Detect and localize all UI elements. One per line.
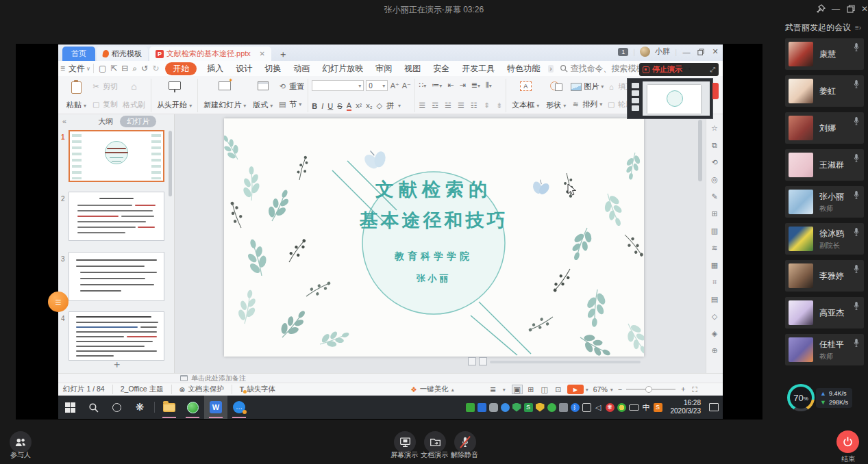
- zoom-slider[interactable]: [626, 389, 675, 390]
- underline-button[interactable]: U: [327, 102, 333, 110]
- new-tab-button[interactable]: ＋: [278, 49, 288, 61]
- wps-minimize-button[interactable]: —: [682, 48, 691, 56]
- close-button[interactable]: ✕: [859, 3, 868, 14]
- restore-button[interactable]: [845, 3, 856, 14]
- zoom-level[interactable]: 67%▾: [593, 385, 613, 394]
- mic-icon[interactable]: [853, 264, 860, 274]
- italic-button[interactable]: I: [321, 102, 323, 110]
- mic-icon[interactable]: [853, 116, 860, 126]
- paste-button[interactable]: 粘贴 ▾: [64, 80, 88, 112]
- horizontal-scrollbar[interactable]: [490, 361, 641, 363]
- file-menu[interactable]: 文件: [69, 63, 85, 75]
- participant-item[interactable]: 张小丽教师: [785, 186, 864, 218]
- zoom-in-button[interactable]: ＋: [680, 385, 687, 394]
- participant-item[interactable]: 任桂平教师: [785, 334, 864, 365]
- slide-thumbnail-3[interactable]: [69, 252, 164, 301]
- slide-sorter-button[interactable]: ⊞: [525, 385, 536, 394]
- menu-devtools[interactable]: 开发工具: [462, 63, 495, 75]
- line-spacing-icon[interactable]: ≣▾: [471, 81, 480, 90]
- participant-item[interactable]: 王淑群: [785, 149, 864, 181]
- floating-orange-badge[interactable]: ☰: [48, 292, 69, 312]
- bullet-list-icon[interactable]: ∷▾: [419, 81, 426, 90]
- tray-volume-icon[interactable]: ◁: [594, 403, 603, 412]
- tray-warning-shield-icon[interactable]: [536, 403, 545, 412]
- theme-name[interactable]: 2_Office 主题: [121, 385, 164, 394]
- collapse-panel-icon[interactable]: ≡›: [855, 24, 861, 31]
- menu-design[interactable]: 设计: [236, 63, 252, 75]
- normal-view-button[interactable]: ▣: [512, 385, 523, 394]
- mic-icon[interactable]: [853, 301, 860, 311]
- mic-icon[interactable]: [853, 227, 860, 237]
- play-from-start-button[interactable]: 从头开始 ▾: [155, 80, 194, 112]
- bold-button[interactable]: B: [312, 102, 317, 110]
- shape-button[interactable]: 形状 ▾: [544, 80, 568, 112]
- reset-button[interactable]: ⟲重置: [277, 81, 304, 93]
- menu-insert[interactable]: 插入: [207, 63, 223, 75]
- audio-icon[interactable]: ◈: [712, 329, 717, 337]
- ime-indicator[interactable]: 中: [642, 403, 651, 412]
- font-size-combo[interactable]: 0▾: [366, 80, 388, 91]
- tray-network-icon[interactable]: [582, 403, 591, 412]
- more-menus-icon[interactable]: ›: [548, 65, 553, 73]
- undo-icon[interactable]: ↺: [141, 64, 148, 73]
- reading-view-button[interactable]: ◫: [539, 385, 550, 394]
- tray-mic-icon[interactable]: [489, 403, 498, 412]
- indent-para-icon[interactable]: ⇞: [484, 101, 490, 110]
- network-quality-widget[interactable]: 70% ▲9.4K/s ▼298K/s: [787, 384, 852, 411]
- print-icon[interactable]: ⊟: [121, 64, 128, 73]
- command-search[interactable]: 查找命令、搜索模板: [560, 63, 645, 75]
- menu-review[interactable]: 审阅: [375, 63, 392, 75]
- next-slide-button[interactable]: [479, 357, 487, 365]
- tray-phone-icon[interactable]: [466, 403, 475, 412]
- menu-security[interactable]: 安全: [433, 63, 449, 75]
- slide-thumbnail-1[interactable]: [69, 130, 164, 182]
- justify-icon[interactable]: ☰: [458, 101, 464, 110]
- diamond-icon[interactable]: ◇: [712, 312, 717, 320]
- align-right-icon[interactable]: ☱: [445, 101, 451, 110]
- favorites-icon[interactable]: ☆: [711, 124, 718, 132]
- tab-docer[interactable]: 稻壳模板: [97, 47, 148, 61]
- tray-wechat-icon[interactable]: [547, 403, 556, 412]
- mic-icon[interactable]: [853, 190, 860, 200]
- participant-item[interactable]: 李雅婷: [785, 260, 864, 292]
- outdent-para-icon[interactable]: ⇟: [496, 101, 502, 110]
- slide-thumbnail-4[interactable]: [69, 311, 164, 361]
- end-meeting-button[interactable]: [836, 430, 859, 453]
- vertical-scrollbar[interactable]: [698, 120, 702, 181]
- format-painter-button[interactable]: ⌂格式刷: [121, 80, 147, 112]
- distribute-icon[interactable]: ☷: [471, 101, 478, 110]
- participant-item[interactable]: 康慧: [785, 38, 864, 70]
- zoom-out-button[interactable]: −: [618, 385, 622, 394]
- indent-decrease-icon[interactable]: ⇤: [447, 81, 454, 90]
- columns-icon[interactable]: ⫴▾: [486, 81, 492, 90]
- menu-start[interactable]: 开始: [165, 62, 197, 75]
- tray-sogou-icon[interactable]: S: [654, 403, 662, 412]
- browser-360-button[interactable]: [181, 396, 204, 419]
- tray-battery-icon[interactable]: [629, 404, 639, 411]
- slides-tab[interactable]: 幻灯片: [120, 116, 156, 127]
- edit-icon[interactable]: ✎: [711, 192, 717, 201]
- wps-close-button[interactable]: ✕: [710, 47, 720, 56]
- mic-icon[interactable]: [853, 338, 860, 348]
- slide-editor[interactable]: 文献检索的 基本途径和技巧 教育科学学院 张小丽: [224, 118, 644, 357]
- participant-item[interactable]: 徐冰鸥副院长: [785, 223, 864, 255]
- prev-slide-button[interactable]: [468, 357, 476, 365]
- expand-icon[interactable]: ⤢: [710, 66, 715, 74]
- subscript-button[interactable]: X₂: [366, 103, 373, 109]
- pin-icon[interactable]: [815, 3, 826, 14]
- layout-button[interactable]: 版式 ▾: [251, 80, 275, 112]
- export-icon[interactable]: ⇱: [110, 64, 117, 73]
- menu-transition[interactable]: 切换: [264, 63, 281, 75]
- shrink-font-button[interactable]: A⁻: [401, 81, 411, 90]
- account-name[interactable]: 小胖: [655, 47, 670, 57]
- wps-app-button[interactable]: W: [204, 396, 227, 419]
- copy-button[interactable]: ▢复制: [91, 99, 118, 111]
- pinwheel-app-button[interactable]: ❋: [128, 396, 151, 419]
- protection-status[interactable]: ⊗文档未保护: [179, 385, 224, 394]
- file-explorer-button[interactable]: [158, 396, 181, 419]
- tray-shield-icon[interactable]: [512, 403, 521, 412]
- waves-icon[interactable]: ≋: [711, 244, 717, 252]
- stop-presenting-bar[interactable]: 停止演示 ⤢: [639, 63, 719, 76]
- tray-bluetooth-icon[interactable]: ᛒ: [571, 403, 580, 412]
- outline-tab[interactable]: 大纲: [98, 116, 113, 127]
